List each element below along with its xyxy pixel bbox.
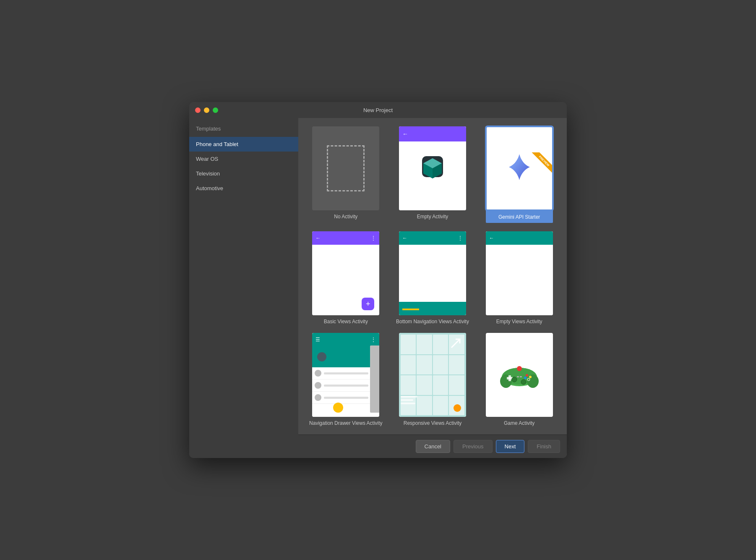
- game-activity-thumb: [486, 333, 553, 417]
- list-icon-3: [315, 394, 321, 401]
- lv-slide-panel: [370, 345, 379, 413]
- gemini-thumb: [486, 126, 553, 210]
- maximize-button[interactable]: [213, 107, 218, 113]
- list-item-3: [312, 392, 379, 404]
- rt-arrow-icon: [449, 337, 462, 350]
- svg-point-12: [526, 374, 528, 377]
- traffic-lights: [195, 107, 218, 113]
- svg-point-20: [517, 366, 522, 371]
- rt-cell-5: [401, 355, 416, 375]
- rt-cell-11: [433, 375, 448, 395]
- svg-point-13: [529, 376, 532, 378]
- basic-views-illustration: ← ⋮ +: [312, 231, 379, 315]
- dashed-rect-icon: [327, 145, 365, 191]
- no-activity-illustration: [312, 126, 379, 210]
- sidebar-item-television[interactable]: Television: [189, 166, 298, 181]
- rt-cell-6: [417, 355, 432, 375]
- template-basic-views[interactable]: ← ⋮ + Basic Views Activity: [307, 231, 385, 324]
- bn-topbar: ← ⋮: [399, 231, 466, 245]
- lv-menu-icon: ☰: [315, 337, 320, 343]
- rt-cell-12: [449, 375, 464, 395]
- list-icon-1: [315, 370, 321, 377]
- main-area: No Activity ←: [298, 118, 567, 458]
- cancel-button[interactable]: Cancel: [416, 440, 450, 453]
- templates-grid: No Activity ←: [298, 118, 567, 434]
- new-project-window: New Project Templates Phone and Tablet W…: [189, 102, 567, 458]
- rt-text-lines: [401, 396, 417, 404]
- bottom-nav-label: Bottom Navigation Views Activity: [396, 319, 469, 324]
- nav-drawer-illustration: ☰ ⋮: [312, 333, 379, 417]
- bottom-nav-illustration: ← ⋮: [399, 231, 466, 315]
- main-content: Templates Phone and Tablet Wear OS Telev…: [189, 118, 567, 458]
- rt-fab: [454, 404, 461, 412]
- bv-back-icon: ←: [315, 235, 321, 241]
- svg-point-9: [527, 374, 539, 388]
- bn-bottombar: [399, 302, 466, 315]
- responsive-views-illustration: [399, 333, 466, 417]
- rt-cell-2: [417, 335, 432, 354]
- empty-activity-thumb: ←: [399, 126, 466, 210]
- template-game-activity[interactable]: Game Activity: [480, 333, 558, 426]
- no-activity-thumb: [312, 126, 379, 210]
- game-activity-illustration: [486, 333, 553, 417]
- titlebar: New Project: [189, 102, 567, 118]
- svg-line-5: [451, 339, 460, 348]
- rt-text-line-2: [401, 399, 413, 401]
- nav-drawer-thumb: ☰ ⋮: [312, 333, 379, 417]
- close-button[interactable]: [195, 107, 201, 113]
- bottom-nav-thumb: ← ⋮: [399, 231, 466, 315]
- sidebar-item-wear-os[interactable]: Wear OS: [189, 152, 298, 166]
- rt-cell-10: [417, 375, 432, 395]
- previous-button[interactable]: Previous: [454, 440, 493, 453]
- rt-cell-3: [433, 335, 448, 354]
- responsive-views-label: Responsive Views Activity: [404, 420, 462, 426]
- back-arrow-icon: ←: [402, 131, 408, 137]
- lv-fab: [333, 403, 343, 413]
- rt-cell-9: [401, 375, 416, 395]
- bn-tab-indicator: [402, 309, 419, 310]
- svg-point-16: [512, 377, 517, 382]
- empty-views-thumb: ←: [486, 231, 553, 315]
- bn-back-icon: ←: [402, 235, 407, 241]
- template-empty-views[interactable]: ← Empty Views Activity: [480, 231, 558, 324]
- minimize-button[interactable]: [204, 107, 209, 113]
- finish-button[interactable]: Finish: [528, 440, 560, 453]
- preview-badge: [527, 152, 552, 178]
- rt-cell-8: [449, 355, 464, 375]
- svg-point-14: [527, 378, 530, 381]
- nav-drawer-label: Navigation Drawer Views Activity: [309, 420, 383, 426]
- empty-views-illustration: ←: [486, 231, 553, 315]
- svg-rect-19: [520, 376, 522, 377]
- responsive-views-thumb: [399, 333, 466, 417]
- template-bottom-nav[interactable]: ← ⋮ Bottom Navigation Views Activity: [394, 231, 472, 324]
- sidebar-item-phone-tablet[interactable]: Phone and Tablet: [189, 137, 298, 152]
- lv-avatar: [317, 352, 326, 361]
- template-empty-activity[interactable]: ← Empty Activity: [394, 126, 472, 223]
- empty-activity-illustration: ←: [399, 126, 466, 210]
- game-controller-icon: [498, 360, 540, 390]
- basic-views-label: Basic Views Activity: [324, 319, 368, 324]
- lv-line-3: [324, 397, 368, 399]
- ea-topbar: ←: [399, 126, 466, 141]
- rt-cell-14: [417, 396, 432, 416]
- svg-point-15: [524, 377, 527, 379]
- sidebar-header: Templates: [189, 122, 298, 137]
- template-gemini-api-starter[interactable]: Gemini API Starter: [480, 126, 558, 223]
- list-item-2: [312, 379, 379, 392]
- list-item-1: [312, 367, 379, 379]
- next-button[interactable]: Next: [496, 440, 525, 453]
- bv-topbar: ← ⋮: [312, 231, 379, 245]
- lv-header-bg: [312, 346, 379, 367]
- no-activity-label: No Activity: [334, 214, 357, 220]
- template-nav-drawer[interactable]: ☰ ⋮: [307, 333, 385, 426]
- template-no-activity[interactable]: No Activity: [307, 126, 385, 223]
- sidebar-item-automotive[interactable]: Automotive: [189, 181, 298, 196]
- game-activity-label: Game Activity: [504, 420, 534, 426]
- rt-cell-7: [433, 355, 448, 375]
- template-responsive-views[interactable]: Responsive Views Activity: [394, 333, 472, 426]
- lv-line-2: [324, 385, 368, 387]
- gemini-api-starter-label: Gemini API Starter: [498, 214, 540, 220]
- gemini-illustration: [487, 152, 552, 210]
- bn-menu-icon: ⋮: [458, 235, 463, 241]
- bv-menu-icon: ⋮: [371, 235, 376, 241]
